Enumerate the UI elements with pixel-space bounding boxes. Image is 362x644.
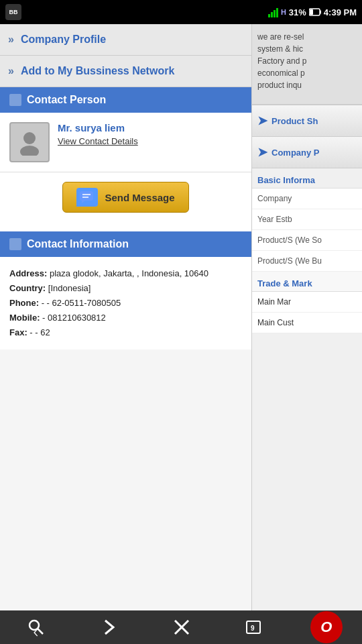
contact-details: Mr. surya liem View Contact Details <box>58 122 138 146</box>
company-profile-item[interactable]: » Company Profile <box>0 24 251 56</box>
bottom-nav: 9 O <box>0 610 362 644</box>
country-field: Country: [Indonesia] <box>9 281 242 296</box>
contact-person-title: Contact Person <box>27 94 106 106</box>
fax-label: Fax: <box>9 327 29 337</box>
send-message-label: Send Message <box>105 192 174 203</box>
product-buy-row-label: Product/S (We Bu <box>257 256 322 266</box>
basic-info-row-product-buy: Product/S (We Bu <box>252 251 362 272</box>
send-message-button[interactable]: Send Message <box>62 182 188 213</box>
trade-rows: Main Mar Main Cust <box>252 292 362 333</box>
basic-info-row-year: Year Estb <box>252 209 362 230</box>
phone-label: Phone: <box>9 298 42 308</box>
company-profile-label: Company Profile <box>21 34 106 46</box>
fax-value: - - 62 <box>29 327 50 337</box>
company-row-label: Company <box>257 194 292 203</box>
arrow-icon-2: » <box>8 65 14 77</box>
arrow-blue-icon-2: ➤ <box>257 145 267 160</box>
address-value: plaza glodok, Jakarta, , Indonesia, 1064… <box>50 268 208 278</box>
svg-point-4 <box>20 146 39 156</box>
contact-name: Mr. surya liem <box>58 122 125 133</box>
svg-text:9: 9 <box>251 625 255 632</box>
network-icon: H <box>281 8 286 16</box>
message-icon <box>76 188 98 207</box>
left-panel: » Company Profile » Add to My Bussiness … <box>0 24 251 617</box>
back-search-button[interactable] <box>19 614 53 641</box>
trade-mark-header: Trade & Mark <box>252 272 362 292</box>
battery-percent: 31% <box>289 7 306 17</box>
bbm-icon: BB <box>5 4 21 20</box>
basic-info-title: Basic Informa <box>257 175 315 185</box>
contact-person-header: Contact Person <box>0 87 251 113</box>
right-top-text: we are re-selsystem & hicFactory and pec… <box>252 24 362 105</box>
arrow-blue-icon: ➤ <box>257 113 267 128</box>
dot-icon-2 <box>9 238 21 250</box>
product-sh-button[interactable]: ➤ Product Sh <box>252 105 362 137</box>
mobile-field: Mobile: - 081210630812 <box>9 311 242 325</box>
phone-value: - - 62-0511-7080505 <box>42 298 121 308</box>
trade-mark-title: Trade & Mark <box>257 278 312 288</box>
status-right: H 31% 4:39 PM <box>268 7 357 17</box>
basic-info-header: Basic Informa <box>252 168 362 189</box>
contact-info-header: Contact Information <box>0 231 251 257</box>
country-label: Country: <box>9 283 48 293</box>
address-field: Address: plaza glodok, Jakarta, , Indone… <box>9 266 242 281</box>
fax-field: Fax: - - 62 <box>9 325 242 340</box>
close-button[interactable] <box>165 614 198 641</box>
main-market-label: Main Mar <box>257 297 291 307</box>
svg-rect-1 <box>320 11 321 14</box>
battery-icon <box>309 8 321 16</box>
svg-point-3 <box>23 132 36 144</box>
dot-icon <box>9 94 21 106</box>
product-sh-label: Product Sh <box>272 116 318 126</box>
mobile-label: Mobile: <box>9 313 42 323</box>
basic-info-row-product-sell: Product/S (We So <box>252 230 362 251</box>
opera-icon: O <box>320 619 332 636</box>
time-display: 4:39 PM <box>324 7 357 17</box>
mobile-value: - 081210630812 <box>42 313 106 323</box>
status-left: BB <box>5 4 21 20</box>
svg-rect-5 <box>80 191 93 201</box>
phone-field: Phone: - - 62-0511-7080505 <box>9 296 242 311</box>
contact-info-title: Contact Information <box>27 238 129 250</box>
opera-button[interactable]: O <box>310 611 343 643</box>
add-network-label: Add to My Bussiness Network <box>21 65 174 77</box>
contact-person-body: Mr. surya liem View Contact Details <box>0 113 251 172</box>
basic-info-row-company: Company <box>252 189 362 209</box>
avatar <box>9 122 50 162</box>
arrow-icon: » <box>8 34 14 46</box>
main-market-row: Main Mar <box>252 292 362 313</box>
address-label: Address: <box>9 268 50 278</box>
signal-icon <box>268 7 278 17</box>
view-contact-details-link[interactable]: View Contact Details <box>58 136 138 146</box>
contact-info-body: Address: plaza glodok, Jakarta, , Indone… <box>0 257 251 350</box>
svg-rect-2 <box>310 9 313 15</box>
country-value: [Indonesia] <box>48 283 91 293</box>
basic-info-rows: Company Year Estb Product/S (We So Produ… <box>252 189 362 272</box>
right-panel: we are re-selsystem & hicFactory and pec… <box>251 24 362 617</box>
tab-button[interactable]: 9 <box>237 614 271 641</box>
product-sell-row-label: Product/S (We So <box>257 235 322 245</box>
main-area: » Company Profile » Add to My Bussiness … <box>0 24 362 617</box>
main-customer-row: Main Cust <box>252 313 362 333</box>
status-bar: BB H 31% 4:39 PM <box>0 0 362 24</box>
send-message-container: Send Message <box>0 172 251 231</box>
main-customer-label: Main Cust <box>257 318 294 327</box>
year-row-label: Year Estb <box>257 215 292 224</box>
add-network-item[interactable]: » Add to My Bussiness Network <box>0 56 251 87</box>
top-description: we are re-selsystem & hicFactory and pec… <box>257 32 306 90</box>
company-p-label: Company P <box>272 148 320 158</box>
forward-button[interactable] <box>93 614 126 641</box>
company-p-button[interactable]: ➤ Company P <box>252 137 362 168</box>
